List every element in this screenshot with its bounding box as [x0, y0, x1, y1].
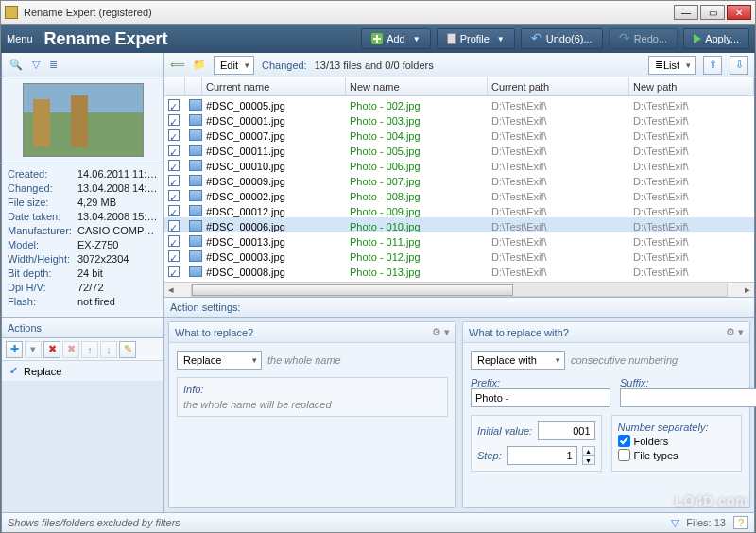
minimize-button[interactable]: —	[674, 5, 698, 20]
file-icon	[189, 99, 202, 111]
help-icon[interactable]: ?	[733, 516, 748, 529]
profile-button[interactable]: Profile▼	[437, 28, 515, 49]
view-dropdown[interactable]: ≣ List	[648, 56, 696, 75]
edit-dropdown[interactable]: Edit	[214, 56, 254, 75]
row-checkbox[interactable]	[168, 99, 180, 111]
folder-icon[interactable]: 📁	[193, 59, 206, 71]
row-checkbox[interactable]	[168, 266, 180, 277]
table-row[interactable]: #DSC_00012.jpgPhoto - 009.jpgD:\Test\Exi…	[164, 202, 754, 217]
table-row[interactable]: #DSC_00002.jpgPhoto - 008.jpgD:\Test\Exi…	[164, 187, 754, 202]
list-icon[interactable]: ≣	[49, 59, 58, 71]
file-toolbar: ⟸ 📁 Edit Changed: 13/13 files and 0/0 fo…	[164, 53, 754, 77]
move-up-button[interactable]: ⇧	[703, 56, 722, 75]
filter-icon[interactable]: ▽	[32, 59, 40, 71]
col-current-name[interactable]: Current name	[202, 77, 346, 95]
row-checkbox[interactable]	[168, 220, 180, 232]
play-icon	[694, 34, 701, 43]
row-checkbox[interactable]	[168, 205, 180, 216]
step-up-button[interactable]: ▲	[582, 446, 595, 456]
row-checkbox[interactable]	[168, 235, 180, 247]
filetypes-label: File types	[634, 450, 679, 461]
initial-value-input[interactable]	[538, 421, 594, 440]
table-row[interactable]: #DSC_00003.jpgPhoto - 012.jpgD:\Test\Exi…	[164, 248, 754, 263]
info-label: Info:	[183, 384, 441, 395]
table-row[interactable]: #DSC_00005.jpgPhoto - 002.jpgD:\Test\Exi…	[164, 96, 754, 112]
table-row[interactable]: #DSC_00006.jpgPhoto - 010.jpgD:\Test\Exi…	[164, 217, 754, 232]
file-table: Current name New name Current path New p…	[164, 77, 754, 297]
replace-with-panel: What to replace with? ⚙ ▾ Replace with c…	[462, 321, 750, 508]
row-checkbox[interactable]	[168, 175, 180, 186]
zoom-icon[interactable]: 🔍	[9, 59, 23, 71]
window-titlebar: Rename Expert (registered) — ▭ ✕	[0, 0, 756, 25]
step-input[interactable]	[507, 446, 577, 465]
table-row[interactable]: #DSC_00010.jpgPhoto - 006.jpgD:\Test\Exi…	[164, 157, 754, 172]
step-down-button[interactable]: ▼	[582, 456, 595, 465]
file-icon	[189, 250, 202, 262]
redo-button[interactable]: Redo...	[609, 28, 678, 49]
undo-button[interactable]: Undo(6)...	[521, 28, 603, 49]
table-row[interactable]: #DSC_00008.jpgPhoto - 013.jpgD:\Test\Exi…	[164, 263, 754, 278]
action-add-button[interactable]: ✚	[6, 341, 23, 358]
back-icon[interactable]: ⟸	[170, 59, 185, 71]
table-row[interactable]: #DSC_00011.jpgPhoto - 005.jpgD:\Test\Exi…	[164, 142, 754, 157]
filter-status-icon[interactable]: ▽	[671, 517, 679, 529]
sidebar-toolbar: 🔍 ▽ ≣	[2, 53, 163, 77]
file-icon	[189, 205, 202, 216]
action-up-button[interactable]: ↑	[81, 341, 98, 358]
col-new-name[interactable]: New name	[346, 77, 488, 95]
action-item-replace[interactable]: ✓ Replace	[2, 361, 163, 381]
suffix-input[interactable]	[620, 388, 756, 407]
action-clear-button[interactable]: ✖	[62, 341, 79, 358]
table-row[interactable]: #DSC_00013.jpgPhoto - 011.jpgD:\Test\Exi…	[164, 232, 754, 248]
menu-button[interactable]: Menu	[7, 33, 33, 44]
file-icon	[189, 235, 202, 247]
replace-what-title: What to replace?	[175, 327, 253, 338]
meta-row: Created:14.06.2011 11:10:30	[8, 167, 158, 181]
action-dropdown-button[interactable]: ▾	[25, 341, 42, 358]
app-icon	[5, 6, 18, 19]
add-button[interactable]: Add▼	[361, 28, 431, 49]
col-new-path[interactable]: New path	[629, 77, 754, 95]
folders-checkbox[interactable]	[618, 435, 630, 447]
close-button[interactable]: ✕	[727, 5, 751, 20]
meta-row: Flash:not fired	[8, 295, 158, 309]
undo-icon	[531, 33, 542, 44]
replace-mode-dropdown[interactable]: Replace	[177, 351, 262, 370]
meta-row: Width/Height:3072x2304	[8, 252, 158, 266]
action-edit-button[interactable]: ✎	[119, 341, 136, 358]
main-toolbar: Menu Rename Expert Add▼ Profile▼ Undo(6)…	[0, 25, 756, 53]
horizontal-scrollbar[interactable]: ◂▸	[164, 282, 754, 297]
table-row[interactable]: #DSC_00007.jpgPhoto - 004.jpgD:\Test\Exi…	[164, 127, 754, 142]
move-down-button[interactable]: ⇩	[730, 56, 748, 75]
action-down-button[interactable]: ↓	[100, 341, 117, 358]
table-row[interactable]: #DSC_00009.jpgPhoto - 007.jpgD:\Test\Exi…	[164, 172, 754, 187]
row-checkbox[interactable]	[168, 114, 180, 126]
meta-row: Dpi H/V:72/72	[8, 281, 158, 295]
replace-with-mode-dropdown[interactable]: Replace with	[471, 351, 565, 370]
table-row[interactable]: #DSC_00001.jpgPhoto - 003.jpgD:\Test\Exi…	[164, 112, 754, 127]
actions-toolbar: ✚ ▾ ✖ ✖ ↑ ↓ ✎	[2, 338, 163, 361]
row-checkbox[interactable]	[168, 160, 180, 171]
redo-label: Redo...	[634, 33, 667, 44]
filetypes-checkbox[interactable]	[618, 449, 630, 461]
window-title: Rename Expert (registered)	[24, 7, 674, 18]
apply-button[interactable]: Apply...	[683, 28, 749, 49]
view-label: List	[663, 60, 679, 71]
action-settings-title: Action settings:	[164, 297, 754, 318]
suffix-label: Suffix:	[620, 377, 756, 388]
gear-icon[interactable]: ⚙ ▾	[726, 326, 744, 338]
row-checkbox[interactable]	[168, 129, 180, 141]
check-icon: ✓	[9, 365, 18, 377]
file-icon	[189, 190, 202, 201]
action-delete-button[interactable]: ✖	[43, 341, 60, 358]
row-checkbox[interactable]	[168, 190, 180, 201]
col-current-path[interactable]: Current path	[488, 77, 629, 95]
row-checkbox[interactable]	[168, 145, 180, 156]
prefix-input[interactable]	[471, 388, 610, 407]
maximize-button[interactable]: ▭	[700, 5, 725, 20]
meta-row: Date taken:13.04.2008 15:11:28	[8, 210, 158, 224]
gear-icon[interactable]: ⚙ ▾	[432, 326, 450, 338]
row-checkbox[interactable]	[168, 250, 180, 262]
meta-row: File size:4,29 MB	[8, 196, 158, 210]
file-icon	[189, 160, 202, 171]
